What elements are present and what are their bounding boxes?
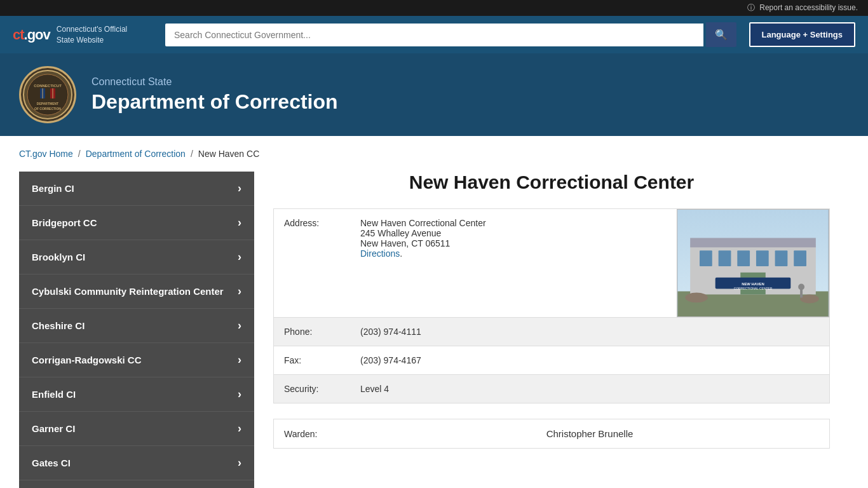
search-area: 🔍 (165, 22, 736, 47)
main-content: New Haven Correctional Center Address: N… (254, 172, 849, 488)
svg-rect-16 (756, 250, 769, 266)
sidebar-item-label: Gates CI (32, 458, 71, 468)
sidebar-item-label: Corrigan-Radgowski CC (32, 355, 142, 365)
security-row: Security: Level 4 (274, 375, 829, 403)
sidebar-item-label: Bridgeport CC (32, 217, 97, 228)
ct-gov-logo: ct.gov (13, 27, 50, 43)
sidebar-item-0[interactable]: Bergin CI› (19, 172, 254, 206)
sidebar-item-9[interactable]: Hartford CC› (19, 480, 254, 488)
breadcrumb-sep-2: / (191, 149, 193, 159)
facility-photo: NEW HAVEN CORRECTIONAL CENTER (677, 209, 829, 317)
chevron-right-icon: › (238, 285, 241, 298)
main-nav: ct.gov Connecticut's Official State Webs… (0, 16, 868, 53)
chevron-right-icon: › (238, 353, 241, 367)
svg-point-23 (685, 292, 708, 302)
chevron-right-icon: › (238, 319, 241, 332)
address-row: Address: New Haven Correctional Center 2… (274, 209, 829, 318)
security-label: Security: (274, 375, 350, 403)
sidebar-item-label: Garner CI (32, 423, 75, 434)
chevron-right-icon: › (238, 250, 241, 264)
chevron-right-icon: › (238, 388, 241, 401)
address-line3: New Haven, CT 06511 (360, 238, 667, 248)
address-label: Address: (274, 209, 350, 317)
fax-label: Fax: (274, 346, 350, 374)
accessibility-bar: ⓘ Report an accessibility issue. (0, 0, 868, 16)
logo-ct: ct (13, 27, 24, 43)
accessibility-link[interactable]: Report an accessibility issue. (759, 3, 858, 12)
sidebar-item-label: Enfield CI (32, 389, 76, 400)
sidebar-item-3[interactable]: Cybulski Community Reintegration Center› (19, 274, 254, 309)
sidebar-item-label: Cybulski Community Reintegration Center (32, 286, 224, 297)
dept-title-area: Connecticut State Department of Correcti… (92, 76, 338, 114)
svg-text:DEPARTMENT: DEPARTMENT (37, 102, 58, 105)
breadcrumb-sep-1: / (78, 149, 81, 159)
address-line1: New Haven Correctional Center (360, 218, 667, 228)
svg-text:CONNECTICUT: CONNECTICUT (34, 84, 62, 88)
site-logo-link[interactable]: ct.gov Connecticut's Official State Webs… (13, 24, 153, 46)
page-title: New Haven Correctional Center (273, 172, 830, 193)
search-input[interactable] (165, 24, 703, 46)
svg-point-28 (798, 284, 804, 290)
chevron-right-icon: › (238, 182, 241, 195)
search-button[interactable]: 🔍 (706, 22, 736, 47)
site-name: Connecticut's Official State Website (57, 24, 127, 46)
sidebar-item-1[interactable]: Bridgeport CC› (19, 206, 254, 240)
fax-row: Fax: (203) 974-4167 (274, 346, 829, 375)
dept-logo: CONNECTICUT DEPARTMENT OF CORRECTION (19, 66, 76, 123)
phone-value: (203) 974-4111 (350, 318, 829, 346)
svg-rect-14 (719, 250, 731, 266)
info-table: Address: New Haven Correctional Center 2… (273, 208, 830, 403)
address-left: Address: New Haven Correctional Center 2… (274, 209, 677, 317)
sidebar-item-8[interactable]: Gates CI› (19, 446, 254, 480)
logo-gov: .gov (24, 27, 50, 43)
fax-value: (203) 974-4167 (350, 346, 829, 374)
address-line2: 245 Whalley Avenue (360, 228, 667, 238)
svg-point-24 (800, 294, 819, 303)
sidebar-item-7[interactable]: Garner CI› (19, 412, 254, 446)
phone-row: Phone: (203) 974-4111 (274, 318, 829, 346)
chevron-right-icon: › (238, 216, 241, 229)
svg-rect-18 (794, 250, 806, 266)
warden-name: Christopher Brunelle (350, 419, 829, 448)
building-svg: NEW HAVEN CORRECTIONAL CENTER (677, 210, 829, 316)
chevron-right-icon: › (238, 422, 241, 435)
dept-subtitle: Connecticut State (92, 76, 338, 88)
content-wrapper: CT.gov Home / Department of Correction /… (0, 136, 868, 488)
dept-header: CONNECTICUT DEPARTMENT OF CORRECTION Con… (0, 53, 868, 136)
svg-rect-17 (775, 250, 788, 266)
chevron-right-icon: › (238, 456, 241, 470)
breadcrumb-dept[interactable]: Department of Correction (86, 149, 186, 159)
sidebar-item-label: Cheshire CI (32, 320, 85, 331)
sidebar-item-6[interactable]: Enfield CI› (19, 377, 254, 412)
svg-text:NEW HAVEN: NEW HAVEN (742, 282, 764, 286)
accessibility-icon: ⓘ (747, 3, 755, 12)
breadcrumb-home[interactable]: CT.gov Home (19, 149, 73, 159)
facility-photo-placeholder: NEW HAVEN CORRECTIONAL CENTER (677, 209, 829, 317)
warden-section: Warden: Christopher Brunelle (273, 419, 830, 449)
language-settings-button[interactable]: Language + Settings (749, 22, 856, 47)
sidebar-item-5[interactable]: Corrigan-Radgowski CC› (19, 343, 254, 377)
svg-rect-13 (700, 250, 712, 266)
svg-text:CORRECTIONAL CENTER: CORRECTIONAL CENTER (734, 287, 773, 290)
security-value: Level 4 (350, 375, 829, 403)
address-value: New Haven Correctional Center 245 Whalle… (350, 209, 677, 317)
sidebar: Bergin CI›Bridgeport CC›Brooklyn CI›Cybu… (19, 172, 254, 488)
svg-text:OF CORRECTION: OF CORRECTION (34, 107, 61, 111)
svg-rect-15 (737, 250, 750, 266)
sidebar-item-4[interactable]: Cheshire CI› (19, 309, 254, 343)
main-layout: Bergin CI›Bridgeport CC›Brooklyn CI›Cybu… (19, 172, 849, 488)
sidebar-item-2[interactable]: Brooklyn CI› (19, 240, 254, 274)
dept-seal-svg: CONNECTICUT DEPARTMENT OF CORRECTION (22, 69, 73, 120)
breadcrumb: CT.gov Home / Department of Correction /… (19, 149, 849, 159)
directions-link[interactable]: Directions (360, 248, 400, 259)
sidebar-item-label: Brooklyn CI (32, 252, 85, 262)
dept-title: Department of Correction (92, 90, 338, 114)
breadcrumb-current: New Haven CC (198, 149, 259, 159)
warden-label: Warden: (274, 420, 350, 448)
svg-rect-12 (690, 238, 816, 247)
search-icon: 🔍 (715, 29, 728, 40)
phone-label: Phone: (274, 318, 350, 346)
sidebar-item-label: Bergin CI (32, 183, 74, 194)
